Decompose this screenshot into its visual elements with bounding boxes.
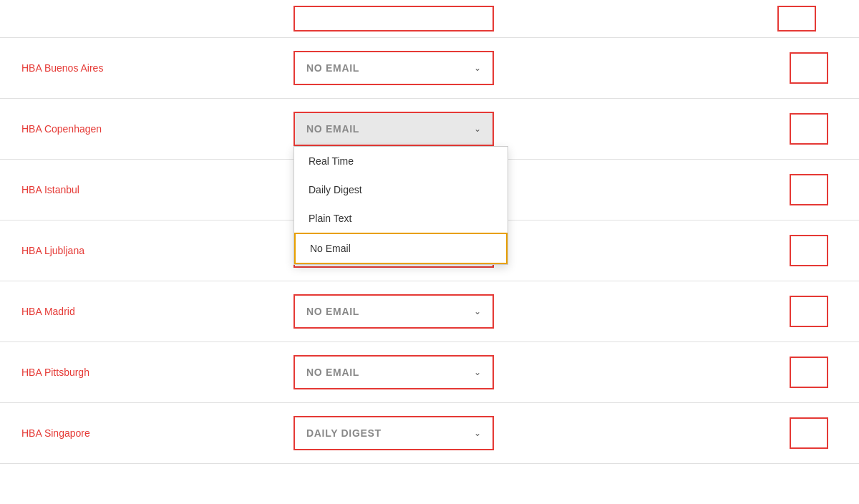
checkbox-madrid[interactable] <box>790 296 828 327</box>
org-link-madrid[interactable]: HBA Madrid <box>21 306 75 317</box>
org-link-buenos-aires[interactable]: HBA Buenos Aires <box>21 62 103 74</box>
checkbox-ljubljana[interactable] <box>790 235 828 266</box>
checkbox-singapore[interactable] <box>790 417 828 449</box>
table-row: HBA Singapore DAILY DIGEST ⌄ <box>0 403 859 464</box>
checkbox-copenhagen[interactable] <box>790 113 828 145</box>
email-select-madrid[interactable]: NO EMAIL ⌄ <box>293 294 494 329</box>
checkbox-buenos-aires[interactable] <box>790 52 828 84</box>
email-select-singapore[interactable]: DAILY DIGEST ⌄ <box>293 416 494 450</box>
checkbox-pittsburgh[interactable] <box>790 357 828 388</box>
partial-checkbox[interactable] <box>777 6 816 32</box>
email-select-copenhagen[interactable]: NO EMAIL ⌄ <box>293 112 494 146</box>
table-row: HBA Buenos Aires NO EMAIL ⌄ <box>0 38 859 99</box>
chevron-down-icon: ⌄ <box>474 63 481 73</box>
table-row: HBA Pittsburgh NO EMAIL ⌄ <box>0 342 859 403</box>
org-link-singapore[interactable]: HBA Singapore <box>21 427 90 439</box>
email-dropdown-menu: Real Time Daily Digest Plain Text No Ema… <box>293 146 508 265</box>
dropdown-option-real-time[interactable]: Real Time <box>294 147 508 175</box>
table-row: HBA Copenhagen NO EMAIL ⌄ Real Time Dail… <box>0 99 859 160</box>
org-link-istanbul[interactable]: HBA Istanbul <box>21 184 79 195</box>
chevron-down-icon: ⌄ <box>474 428 481 438</box>
checkbox-istanbul[interactable] <box>790 174 828 205</box>
dropdown-option-no-email[interactable]: No Email <box>294 233 508 264</box>
partial-top-row <box>0 0 859 38</box>
table-row: HBA Madrid NO EMAIL ⌄ <box>0 281 859 342</box>
dropdown-option-plain-text[interactable]: Plain Text <box>294 204 508 233</box>
org-link-ljubljana[interactable]: HBA Ljubljana <box>21 245 84 256</box>
email-select-buenos-aires[interactable]: NO EMAIL ⌄ <box>293 51 494 85</box>
org-link-copenhagen[interactable]: HBA Copenhagen <box>21 123 102 135</box>
dropdown-option-daily-digest[interactable]: Daily Digest <box>294 175 508 204</box>
chevron-down-icon: ⌄ <box>474 124 481 134</box>
chevron-down-icon: ⌄ <box>474 367 481 377</box>
org-link-pittsburgh[interactable]: HBA Pittsburgh <box>21 367 89 378</box>
chevron-down-icon: ⌄ <box>474 306 481 316</box>
partial-email-select[interactable] <box>293 6 494 32</box>
email-select-pittsburgh[interactable]: NO EMAIL ⌄ <box>293 355 494 389</box>
organizations-table: HBA Buenos Aires NO EMAIL ⌄ HBA Copenhag… <box>0 0 859 464</box>
